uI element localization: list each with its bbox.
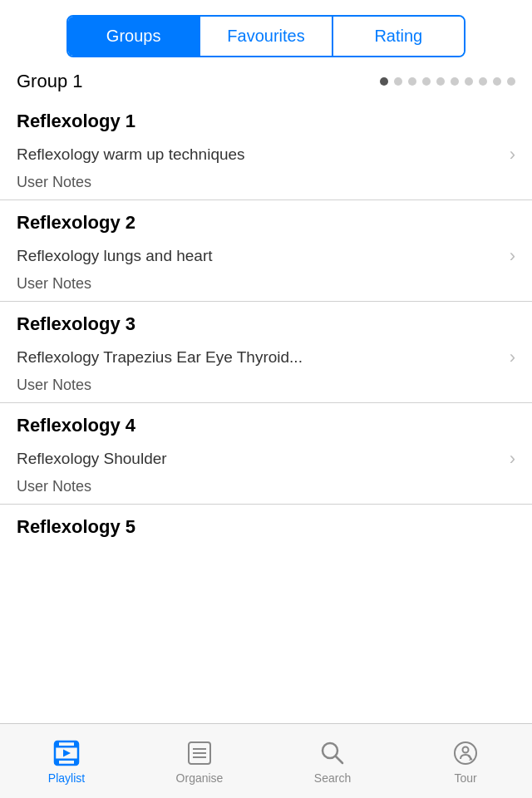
nav-tour[interactable]: Tour — [399, 732, 532, 791]
tour-icon — [451, 738, 480, 768]
dot-6 — [451, 77, 459, 86]
page-dots — [380, 77, 515, 86]
user-notes-2: User Notes — [17, 273, 515, 301]
organise-icon — [185, 738, 214, 768]
svg-rect-6 — [74, 761, 78, 765]
section-reflexology-2: Reflexology 2 Reflexology lungs and hear… — [0, 200, 532, 301]
search-icon — [318, 738, 347, 768]
dot-4 — [422, 77, 431, 86]
nav-search[interactable]: Search — [266, 732, 399, 791]
list-item-3[interactable]: Reflexology Trapezius Ear Eye Thyroid...… — [17, 340, 515, 375]
section-reflexology-3: Reflexology 3 Reflexology Trapezius Ear … — [0, 302, 532, 402]
section-reflexology-5: Reflexology 5 — [0, 505, 532, 543]
nav-label-tour: Tour — [454, 771, 476, 785]
dot-9 — [493, 77, 501, 86]
dot-3 — [408, 77, 416, 86]
item-text-2: Reflexology lungs and heart — [17, 247, 510, 265]
dot-2 — [394, 77, 402, 86]
svg-rect-4 — [74, 741, 78, 746]
list-item-2[interactable]: Reflexology lungs and heart › — [17, 239, 515, 273]
user-notes-4: User Notes — [17, 476, 515, 504]
bottom-nav: Playlist Organise Search — [0, 723, 532, 798]
user-notes-1: User Notes — [17, 172, 515, 200]
item-text-4: Reflexology Shoulder — [17, 450, 510, 468]
user-notes-3: User Notes — [17, 375, 515, 402]
chevron-icon-2: › — [510, 247, 515, 265]
section-reflexology-4: Reflexology 4 Reflexology Shoulder › Use… — [0, 403, 532, 504]
svg-rect-2 — [55, 758, 78, 761]
svg-point-15 — [463, 746, 469, 752]
dot-1 — [380, 77, 388, 86]
group-header: Group 1 — [0, 57, 532, 99]
section-title-4: Reflexology 4 — [17, 403, 515, 441]
list-item-4[interactable]: Reflexology Shoulder › — [17, 441, 515, 476]
nav-label-search: Search — [314, 771, 351, 785]
svg-line-13 — [336, 756, 342, 763]
svg-rect-3 — [55, 741, 59, 746]
dot-7 — [465, 77, 473, 86]
svg-marker-7 — [63, 749, 71, 756]
dot-10 — [507, 77, 515, 86]
tab-favourites[interactable]: Favourites — [200, 17, 332, 56]
dot-8 — [479, 77, 487, 86]
section-reflexology-1: Reflexology 1 Reflexology warm up techni… — [0, 99, 532, 200]
tab-rating[interactable]: Rating — [333, 17, 464, 56]
list-item-1[interactable]: Reflexology warm up techniques › — [17, 137, 515, 172]
playlist-icon — [52, 738, 81, 768]
nav-playlist[interactable]: Playlist — [0, 732, 133, 791]
section-title-1: Reflexology 1 — [17, 99, 515, 137]
tab-groups[interactable]: Groups — [68, 17, 200, 56]
top-tab-bar: Groups Favourites Rating — [66, 15, 466, 57]
content-area: Reflexology 1 Reflexology warm up techni… — [0, 99, 532, 723]
item-text-1: Reflexology warm up techniques — [17, 145, 510, 164]
chevron-icon-4: › — [510, 450, 515, 468]
group-title: Group 1 — [17, 71, 83, 92]
section-title-2: Reflexology 2 — [17, 200, 515, 239]
dot-5 — [436, 77, 445, 86]
svg-rect-5 — [55, 761, 59, 765]
section-title-5: Reflexology 5 — [17, 505, 515, 543]
chevron-icon-3: › — [510, 348, 515, 367]
svg-rect-1 — [55, 746, 78, 748]
section-title-3: Reflexology 3 — [17, 302, 515, 340]
item-text-3: Reflexology Trapezius Ear Eye Thyroid... — [17, 348, 510, 367]
nav-organise[interactable]: Organise — [133, 732, 266, 791]
nav-label-organise: Organise — [176, 771, 224, 785]
chevron-icon-1: › — [510, 145, 515, 164]
nav-label-playlist: Playlist — [48, 771, 85, 785]
